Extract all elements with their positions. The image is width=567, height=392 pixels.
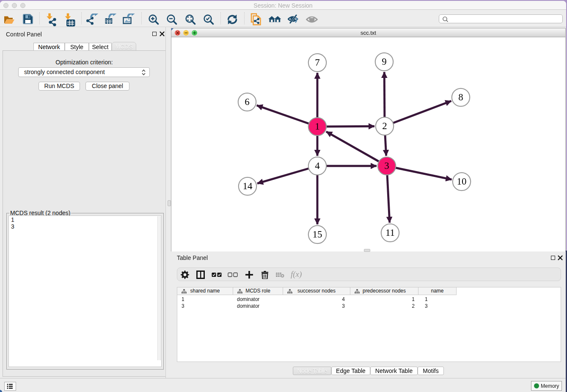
svg-text:10: 10 (457, 176, 467, 187)
svg-text:15: 15 (313, 229, 322, 240)
svg-text:8: 8 (458, 92, 463, 102)
svg-text:1: 1 (315, 121, 320, 132)
svg-text:9: 9 (382, 56, 387, 67)
svg-text:2: 2 (382, 121, 387, 131)
svg-text:14: 14 (243, 181, 253, 191)
svg-text:6: 6 (245, 97, 250, 107)
svg-text:3: 3 (384, 160, 389, 171)
svg-text:4: 4 (315, 160, 320, 171)
svg-text:11: 11 (385, 227, 395, 238)
svg-text:Memory: Memory (541, 383, 559, 389)
svg-text:7: 7 (315, 57, 320, 68)
